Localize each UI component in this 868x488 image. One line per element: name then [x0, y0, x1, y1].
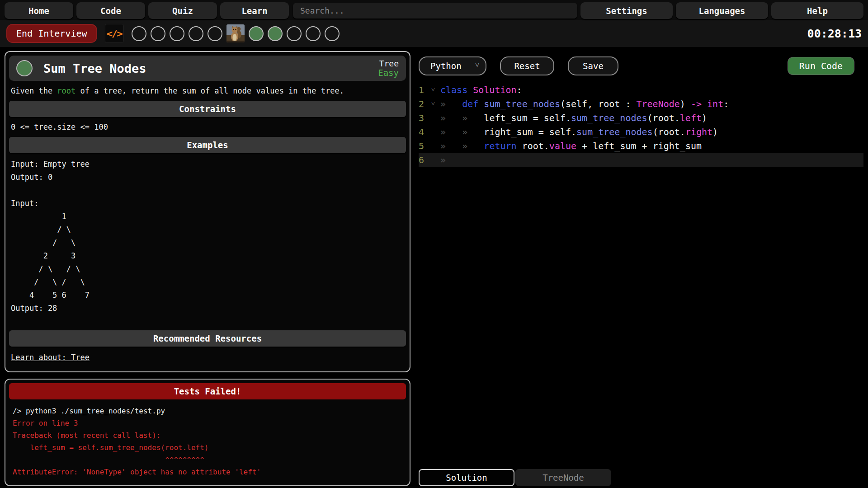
code-token: »	[462, 141, 467, 151]
line-number: 2	[419, 99, 431, 109]
code-token: »	[440, 155, 446, 165]
nav-right-tabs: SettingsLanguagesHelp	[580, 2, 863, 19]
code-token: left_sum = self.	[467, 113, 571, 123]
code-text: » » right_sum = self.sum_tree_nodes(root…	[440, 127, 718, 137]
code-editor[interactable]: 1˅class Solution:2˅» def sum_tree_nodes(…	[419, 83, 863, 167]
end-interview-button[interactable]: End Interview	[6, 24, 97, 43]
nav-tab-settings[interactable]: Settings	[580, 2, 673, 19]
code-text: class Solution:	[440, 84, 522, 95]
code-token: left	[680, 113, 702, 123]
code-line: 3» » left_sum = self.sum_tree_nodes(root…	[419, 111, 863, 125]
fold-chevron-icon[interactable]: ˅	[431, 100, 440, 108]
nav-tab-languages[interactable]: Languages	[676, 2, 768, 19]
problem-meta: Tree Easy	[378, 59, 399, 78]
examples-block: Input: Empty tree Output: 0 Input: 1 / \…	[11, 158, 404, 315]
line-number: 6	[419, 155, 431, 165]
code-token	[446, 127, 462, 137]
code-text: »	[440, 155, 446, 165]
code-line: 4» » right_sum = self.sum_tree_nodes(roo…	[419, 125, 863, 139]
progress-dot-complete[interactable]	[249, 26, 264, 41]
nav-tab-quiz[interactable]: Quiz	[148, 2, 217, 19]
code-token: right_sum = self.	[467, 127, 576, 137]
description-token: Given the	[11, 86, 57, 95]
problem-description: Given the root of a tree, return the sum…	[11, 86, 404, 95]
code-token	[446, 141, 462, 151]
nav-tab-code[interactable]: Code	[76, 2, 145, 19]
interview-toolbar: End Interview </> 00:28:13	[0, 20, 868, 47]
test-terminal-output: /> python3 ./sum_tree_nodes/test.pyError…	[13, 405, 402, 478]
code-token: (self, root :	[560, 99, 637, 109]
line-number: 5	[419, 141, 431, 151]
editor-controls: Python ˅ Reset Save Run Code	[419, 56, 863, 75]
description-token: of a tree, return the sum of all node va…	[75, 86, 344, 95]
progress-dot-empty[interactable]	[151, 26, 165, 41]
left-column: Sum Tree Nodes Tree Easy Given the root …	[5, 51, 410, 488]
nav-tab-learn[interactable]: Learn	[220, 2, 289, 19]
code-token: right	[685, 127, 712, 137]
code-text: » def sum_tree_nodes(self, root : TreeNo…	[440, 99, 729, 109]
progress-dot-empty[interactable]	[325, 26, 340, 41]
problem-category: Tree	[378, 59, 399, 68]
examples-header: Examples	[9, 137, 406, 153]
code-token	[446, 113, 462, 123]
save-button[interactable]: Save	[568, 56, 618, 75]
progress-dot-empty[interactable]	[208, 26, 222, 41]
search-input[interactable]	[293, 3, 577, 19]
progress-dot-complete[interactable]	[268, 26, 283, 41]
squirrel-avatar[interactable]	[226, 24, 245, 42]
code-token: (root.	[647, 113, 680, 123]
code-line: 5» » return root.value + left_sum + righ…	[419, 139, 863, 153]
tests-panel: Tests Failed! /> python3 ./sum_tree_node…	[5, 379, 410, 486]
nav-tab-help[interactable]: Help	[771, 2, 863, 19]
code-line: 1˅class Solution:	[419, 83, 863, 97]
code-token: return	[484, 141, 516, 151]
code-text: » » left_sum = self.sum_tree_nodes(root.…	[440, 113, 707, 123]
code-editor-panel: Python ˅ Reset Save Run Code 1˅class Sol…	[414, 51, 863, 488]
progress-dot-empty[interactable]	[287, 26, 302, 41]
fold-chevron-icon[interactable]: ˅	[431, 86, 440, 94]
problem-difficulty-badge: Easy	[378, 68, 399, 78]
nav-left-tabs: HomeCodeQuizLearn	[5, 2, 289, 19]
code-token: + left_sum + right_sum	[576, 141, 702, 151]
terminal-line: Error on line 3	[13, 417, 402, 429]
code-token: »	[462, 127, 467, 137]
language-select[interactable]: Python	[420, 57, 486, 75]
reset-button[interactable]: Reset	[500, 56, 554, 75]
description-token: root	[57, 86, 75, 95]
problem-titlebar: Sum Tree Nodes Tree Easy	[9, 56, 406, 81]
tests-failed-banner: Tests Failed!	[9, 383, 406, 399]
nav-tab-home[interactable]: Home	[5, 2, 73, 19]
progress-dot-empty[interactable]	[189, 26, 203, 41]
line-number: 4	[419, 127, 431, 137]
code-text: » » return root.value + left_sum + right…	[440, 141, 702, 151]
progress-dot-empty[interactable]	[132, 26, 146, 41]
code-token: sum_tree_nodes	[571, 113, 647, 123]
code-line: 2˅» def sum_tree_nodes(self, root : Tree…	[419, 97, 863, 111]
code-token: def	[462, 99, 484, 109]
resource-link-tree[interactable]: Learn about: Tree	[11, 353, 90, 362]
code-token	[467, 141, 484, 151]
terminal-line: Traceback (most recent call last):	[13, 429, 402, 441]
problem-panel: Sum Tree Nodes Tree Easy Given the root …	[5, 51, 410, 372]
constraints-text: 0 <= tree.size <= 100	[11, 122, 404, 131]
editor-tab-solution[interactable]: Solution	[419, 469, 514, 486]
constraints-header: Constraints	[9, 101, 406, 117]
code-token	[446, 99, 462, 109]
code-token: »	[440, 113, 446, 123]
code-token: )	[680, 99, 691, 109]
top-nav: HomeCodeQuizLearn SettingsLanguagesHelp	[0, 0, 868, 20]
line-number: 1	[419, 84, 431, 95]
editor-file-tabs: SolutionTreeNode	[419, 469, 611, 486]
language-select-wrap: Python ˅	[419, 56, 486, 75]
progress-dot-empty[interactable]	[306, 26, 321, 41]
code-token: (root.	[653, 127, 685, 137]
editor-tab-treenode[interactable]: TreeNode	[515, 469, 611, 486]
progress-dot-empty[interactable]	[170, 26, 184, 41]
code-token: root.	[517, 141, 549, 151]
code-token: TreeNode	[637, 99, 680, 109]
code-token: »	[440, 141, 446, 151]
interview-timer: 00:28:13	[807, 27, 862, 40]
code-token: »	[440, 127, 446, 137]
run-code-button[interactable]: Run Code	[788, 57, 854, 75]
code-line: 6»	[419, 153, 863, 167]
